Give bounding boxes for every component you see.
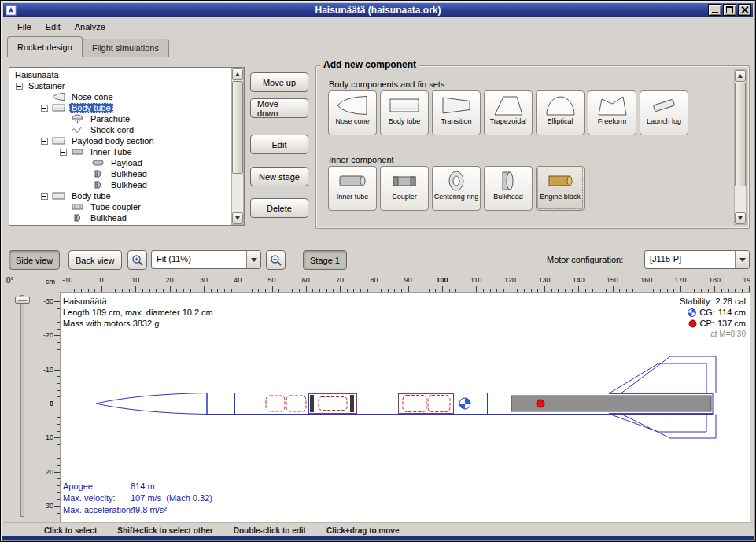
cg-marker-icon bbox=[688, 308, 696, 317]
rotation-slider-thumb[interactable] bbox=[15, 297, 30, 304]
close-button[interactable] bbox=[738, 4, 751, 16]
cp-label: CP: bbox=[700, 318, 714, 329]
collapse-icon[interactable] bbox=[41, 105, 48, 112]
elliptical-fin-icon bbox=[543, 93, 577, 117]
scroll-down-button[interactable] bbox=[232, 212, 243, 224]
move-down-button[interactable]: Move down bbox=[250, 98, 308, 118]
new-stage-button[interactable]: New stage bbox=[250, 167, 308, 186]
zoom-out-button[interactable] bbox=[266, 250, 286, 270]
add-coupler-button[interactable]: Coupler bbox=[380, 166, 429, 211]
tree-item-body-tube[interactable]: Body tube bbox=[11, 102, 230, 113]
tree-item-bulkhead[interactable]: Bulkhead bbox=[11, 179, 230, 190]
add-body-tube-button[interactable]: Body tube bbox=[380, 90, 429, 135]
add-elliptical-fin-button[interactable]: Elliptical bbox=[536, 90, 585, 135]
menu-file[interactable]: File bbox=[10, 20, 39, 34]
inner-tube-icon bbox=[335, 168, 370, 193]
add-freeform-fin-button[interactable]: Freeform bbox=[588, 90, 636, 135]
scroll-up-button[interactable] bbox=[735, 70, 746, 82]
edit-button[interactable]: Edit bbox=[250, 135, 308, 154]
tree-item-payload-section[interactable]: Payload body section bbox=[11, 135, 230, 146]
bulkhead-shape[interactable] bbox=[350, 395, 354, 412]
cg-label: CG: bbox=[699, 307, 715, 318]
bulkhead-icon bbox=[90, 169, 105, 179]
tree-item-parachute[interactable]: Parachute bbox=[11, 113, 230, 124]
add-component-scrollbar[interactable] bbox=[734, 69, 747, 225]
motor-configuration-select[interactable]: [J115-P] bbox=[644, 250, 750, 269]
zoom-level-select[interactable]: Fit (11%) bbox=[151, 250, 261, 269]
bulkhead-shape[interactable] bbox=[310, 395, 314, 412]
arrow-up-icon bbox=[235, 70, 240, 76]
tree-item-body-tube-2[interactable]: Body tube bbox=[11, 190, 230, 201]
coupler-icon bbox=[70, 202, 85, 212]
collapse-icon[interactable] bbox=[41, 193, 48, 200]
tab-strip: Rocket design Flight simulations bbox=[3, 35, 753, 57]
payload-icon bbox=[90, 158, 105, 168]
add-centering-ring-button[interactable]: Centering ring bbox=[432, 166, 481, 211]
add-component-panel: Add new component Body components and fi… bbox=[315, 65, 750, 229]
stage-1-toggle[interactable]: Stage 1 bbox=[303, 250, 347, 270]
back-view-button[interactable]: Back view bbox=[68, 250, 122, 270]
menu-edit[interactable]: Edit bbox=[39, 20, 68, 34]
tree-item-nose-cone[interactable]: Nose cone bbox=[11, 91, 230, 102]
add-engine-block-button[interactable]: Engine block bbox=[536, 166, 585, 211]
tree-scrollbar[interactable] bbox=[231, 68, 244, 225]
scroll-up-button[interactable] bbox=[232, 68, 243, 80]
collapse-icon[interactable] bbox=[60, 149, 67, 156]
body-tube-icon bbox=[51, 103, 66, 112]
tab-flight-simulations[interactable]: Flight simulations bbox=[82, 39, 169, 57]
rocket-dimensions: Length 189 cm, max. diameter 10.2 cm bbox=[63, 307, 213, 318]
collapse-icon[interactable] bbox=[16, 83, 23, 90]
add-trapezoidal-fin-button[interactable]: Trapezoidal bbox=[484, 90, 533, 135]
title-bar[interactable]: Haisunäätä (haisunaata.ork) bbox=[3, 3, 753, 17]
collapse-icon[interactable] bbox=[41, 138, 48, 145]
add-transition-button[interactable]: Transition bbox=[432, 90, 481, 135]
scroll-thumb[interactable] bbox=[232, 81, 243, 174]
internal-components-dashed[interactable] bbox=[266, 396, 450, 412]
scroll-down-button[interactable] bbox=[735, 212, 746, 224]
delete-button[interactable]: Delete bbox=[250, 198, 308, 218]
tree-item-bulkhead[interactable]: Bulkhead bbox=[11, 168, 230, 179]
add-inner-tube-button[interactable]: Inner tube bbox=[328, 166, 377, 211]
tab-rocket-design[interactable]: Rocket design bbox=[7, 36, 83, 57]
engine-block-icon bbox=[543, 168, 577, 193]
maximize-button[interactable] bbox=[723, 4, 736, 16]
rocket-mass: Mass with motors 3832 g bbox=[63, 318, 213, 329]
window-title: Haisunäätä (haisunaata.ork) bbox=[3, 5, 753, 16]
hint-click-drag: Click+drag to move bbox=[326, 526, 400, 535]
apogee-label: Apogee: bbox=[63, 481, 131, 492]
add-launch-lug-button[interactable]: Launch lug bbox=[640, 90, 688, 135]
max-acceleration-value: 49.8 m/s² bbox=[131, 504, 167, 516]
tree-item-bulkhead-2[interactable]: Bulkhead bbox=[11, 212, 230, 223]
zoom-in-button[interactable] bbox=[127, 250, 147, 270]
rotation-slider-track[interactable] bbox=[20, 295, 24, 517]
dropdown-button[interactable] bbox=[735, 251, 749, 268]
component-tree-panel: Haisunäätä Sustainer Nose cone Body tube… bbox=[9, 67, 245, 226]
minimize-button[interactable] bbox=[708, 4, 721, 16]
rotation-angle-label: 0° bbox=[6, 276, 14, 285]
tree-item-inner-tube[interactable]: Inner Tube bbox=[11, 146, 230, 157]
nose-cone-shape[interactable] bbox=[96, 393, 207, 404]
transition-icon bbox=[439, 93, 474, 117]
add-nose-cone-button[interactable]: Nose cone bbox=[328, 90, 377, 135]
add-component-title: Add new component bbox=[320, 59, 419, 70]
dropdown-button[interactable] bbox=[246, 251, 260, 268]
side-view-button[interactable]: Side view bbox=[9, 250, 60, 270]
motor-configuration-label: Motor configuration: bbox=[547, 255, 623, 264]
arrow-down-icon bbox=[235, 216, 240, 223]
selected-tree-item-label: Body tube bbox=[69, 103, 113, 113]
tree-item-rocket[interactable]: Haisunäätä bbox=[11, 69, 230, 80]
cp-marker bbox=[537, 400, 544, 407]
tree-item-shock-cord[interactable]: Shock cord bbox=[11, 124, 230, 135]
tree-item-payload[interactable]: Payload bbox=[11, 157, 230, 168]
rocket-name: Haisunäätä bbox=[63, 296, 213, 307]
launch-lug-icon bbox=[647, 93, 681, 117]
tree-item-stage[interactable]: Sustainer bbox=[11, 80, 230, 91]
ruler-unit-label: cm bbox=[46, 278, 55, 286]
scroll-thumb[interactable] bbox=[735, 83, 746, 186]
tree-item-tube-coupler[interactable]: Tube coupler bbox=[11, 201, 230, 212]
add-bulkhead-button[interactable]: Bulkhead bbox=[484, 166, 533, 211]
h-ruler: -100102030405060708090100110120130140150… bbox=[60, 275, 750, 292]
menu-analyze[interactable]: Analyze bbox=[68, 20, 112, 34]
move-up-button[interactable]: Move up bbox=[250, 72, 308, 92]
chevron-down-icon bbox=[739, 258, 746, 265]
